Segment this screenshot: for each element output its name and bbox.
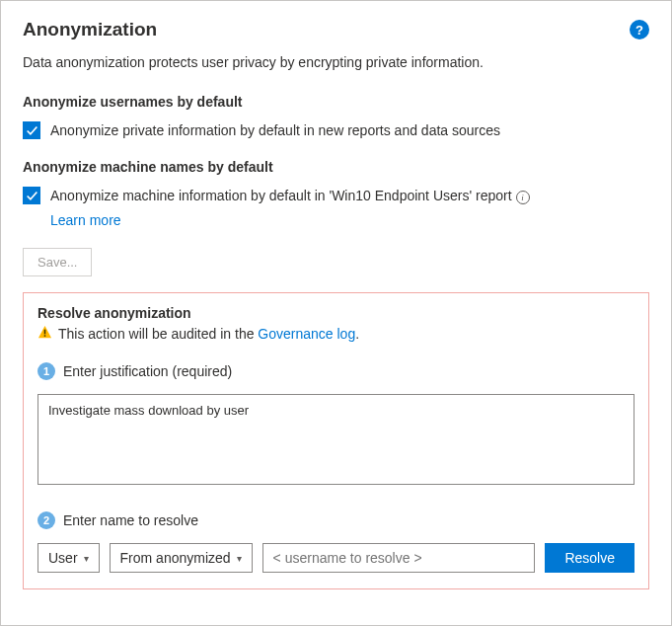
svg-rect-0 bbox=[44, 330, 46, 335]
anonymize-usernames-checkbox[interactable] bbox=[23, 121, 40, 139]
anonymize-machines-checkbox[interactable] bbox=[23, 187, 40, 204]
step-1-label: Enter justification (required) bbox=[63, 363, 232, 379]
checkmark-icon bbox=[26, 124, 38, 137]
anonymize-machines-label: Anonymize machine information by default… bbox=[50, 188, 530, 204]
anonymize-usernames-label: Anonymize private information by default… bbox=[50, 122, 500, 138]
page-title: Anonymization bbox=[23, 19, 157, 40]
step-1-badge: 1 bbox=[37, 362, 55, 380]
audit-message: This action will be audited in the Gover… bbox=[58, 326, 359, 342]
learn-more-link[interactable]: Learn more bbox=[50, 212, 649, 228]
justification-input[interactable] bbox=[37, 394, 635, 485]
section-usernames-title: Anonymize usernames by default bbox=[23, 94, 649, 110]
svg-rect-1 bbox=[44, 335, 46, 337]
entity-type-dropdown[interactable]: User ▾ bbox=[37, 543, 100, 573]
resolve-direction-dropdown[interactable]: From anonymized ▾ bbox=[110, 543, 253, 573]
chevron-down-icon: ▾ bbox=[237, 553, 242, 564]
governance-log-link[interactable]: Governance log bbox=[258, 326, 355, 342]
help-icon[interactable]: ? bbox=[630, 20, 649, 39]
step-2-label: Enter name to resolve bbox=[63, 512, 198, 528]
save-button[interactable]: Save... bbox=[23, 248, 92, 276]
info-icon[interactable]: i bbox=[516, 191, 530, 204]
page-description: Data anonymization protects user privacy… bbox=[23, 54, 649, 70]
resolve-button[interactable]: Resolve bbox=[545, 543, 635, 573]
chevron-down-icon: ▾ bbox=[84, 553, 89, 564]
resolve-title: Resolve anonymization bbox=[37, 305, 635, 321]
step-2-badge: 2 bbox=[37, 511, 55, 529]
resolve-anonymization-panel: Resolve anonymization This action will b… bbox=[23, 292, 649, 589]
section-machines-title: Anonymize machine names by default bbox=[23, 159, 649, 175]
checkmark-icon bbox=[26, 190, 38, 202]
username-resolve-input[interactable] bbox=[262, 543, 536, 573]
warning-icon bbox=[37, 325, 52, 343]
